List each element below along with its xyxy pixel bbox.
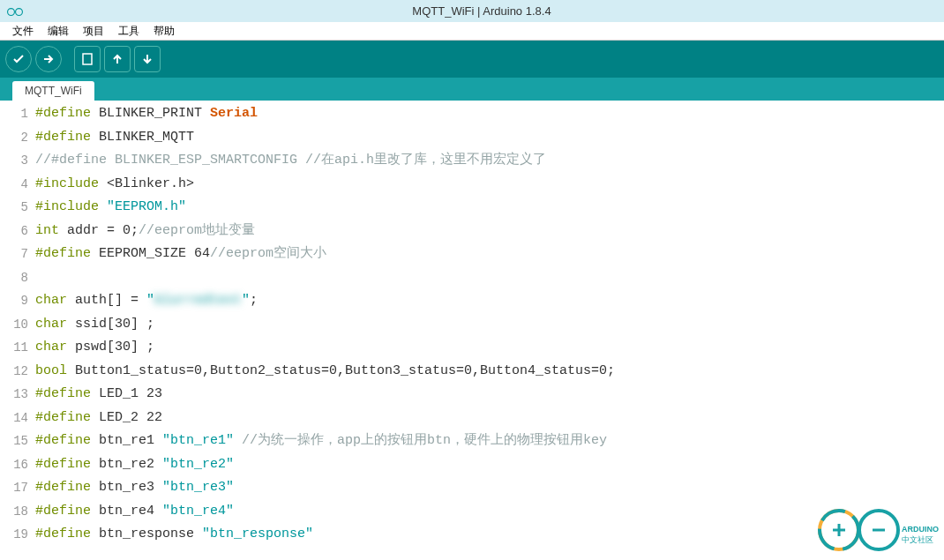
code-line: 5#include "EEPROM.h" [0, 196, 944, 220]
code-line: 17#define btn_re3 "btn_re3" [0, 476, 944, 500]
window-title: MQTT_WiFi | Arduino 1.8.4 [26, 4, 937, 18]
line-number: 10 [0, 313, 35, 337]
verify-button[interactable] [5, 46, 32, 72]
svg-rect-2 [83, 54, 92, 64]
arrow-down-icon [140, 52, 154, 66]
menu-bar: 文件 编辑 项目 工具 帮助 [0, 22, 944, 41]
line-number: 13 [0, 383, 35, 407]
code-line: 4#include <Blinker.h> [0, 173, 944, 197]
code-line: 8 [0, 266, 944, 290]
toolbar [0, 41, 944, 78]
line-number: 6 [0, 220, 35, 243]
code-line: 19#define btn_response "btn_response" [0, 523, 944, 547]
code-line: 18#define btn_re4 "btn_re4" [0, 500, 944, 524]
line-number: 11 [0, 336, 35, 360]
blurred-auth-token: blurredtext [154, 293, 242, 308]
code-line: 6int addr = 0;//eeprom地址变量 [0, 220, 944, 243]
tab-sketch[interactable]: MQTT_WiFi [12, 81, 94, 101]
code-line: 9char auth[] = "blurredtext"; [0, 289, 944, 313]
line-number: 18 [0, 500, 35, 524]
arrow-up-icon [110, 52, 124, 66]
title-bar: MQTT_WiFi | Arduino 1.8.4 [0, 0, 944, 22]
code-line: 13#define LED_1 23 [0, 383, 944, 407]
line-number: 17 [0, 476, 35, 500]
code-line: 15#define btn_re1 "btn_re1" //为统一操作，app上… [0, 429, 944, 453]
tab-bar: MQTT_WiFi [0, 78, 944, 101]
line-number: 4 [0, 173, 35, 197]
code-line: 12bool Button1_status=0,Button2_status=0… [0, 360, 944, 384]
upload-button[interactable] [35, 46, 62, 72]
menu-edit[interactable]: 编辑 [41, 22, 76, 41]
svg-point-0 [8, 8, 15, 15]
file-icon [80, 52, 94, 66]
line-number: 5 [0, 196, 35, 220]
svg-point-1 [16, 8, 23, 15]
menu-tools[interactable]: 工具 [111, 22, 146, 41]
line-number: 2 [0, 126, 35, 150]
line-number: 12 [0, 360, 35, 384]
open-button[interactable] [104, 46, 131, 72]
line-number: 1 [0, 102, 35, 126]
code-line: 14#define LED_2 22 [0, 407, 944, 430]
code-line: 2#define BLINKER_MQTT [0, 126, 944, 150]
menu-help[interactable]: 帮助 [146, 22, 182, 41]
save-button[interactable] [134, 46, 161, 72]
line-number: 16 [0, 453, 35, 477]
line-number: 14 [0, 407, 35, 430]
line-number: 19 [0, 523, 35, 547]
line-number: 7 [0, 243, 35, 266]
arduino-logo-icon [7, 4, 23, 19]
line-number: 3 [0, 149, 35, 173]
code-line: 7#define EEPROM_SIZE 64//eeprom空间大小 [0, 243, 944, 266]
code-editor[interactable]: 1#define BLINKER_PRINT Serial 2#define B… [0, 101, 944, 560]
code-line: 1#define BLINKER_PRINT Serial [0, 102, 944, 126]
code-line: 16#define btn_re2 "btn_re2" [0, 453, 944, 477]
line-number: 8 [0, 266, 35, 290]
code-line: 3//#define BLINKER_ESP_SMARTCONFIG //在ap… [0, 149, 944, 173]
menu-sketch[interactable]: 项目 [76, 22, 111, 41]
check-icon [11, 52, 26, 66]
code-line: 10char ssid[30] ; [0, 313, 944, 337]
line-number: 9 [0, 289, 35, 313]
code-line: 11char pswd[30] ; [0, 336, 944, 360]
line-number: 15 [0, 429, 35, 453]
new-button[interactable] [74, 46, 101, 72]
menu-file[interactable]: 文件 [5, 22, 41, 41]
arrow-right-icon [41, 52, 56, 66]
